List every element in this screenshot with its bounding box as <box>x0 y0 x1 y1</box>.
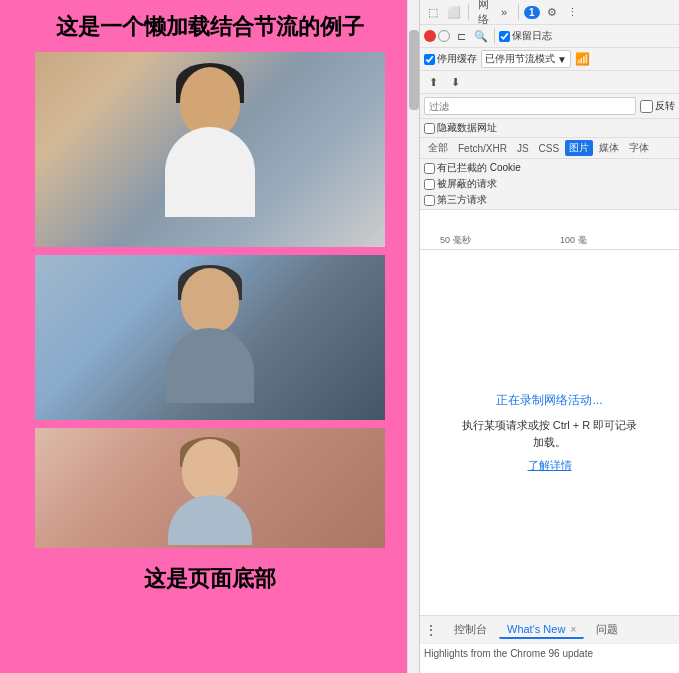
advanced-filter-row: 有已拦截的 Cookie 被屏蔽的请求 第三方请求 <box>420 159 679 210</box>
type-font[interactable]: 字体 <box>625 140 653 156</box>
filter-icon[interactable]: ⊏ <box>452 27 470 45</box>
type-js[interactable]: JS <box>513 142 533 155</box>
timeline-label-100: 100 毫 <box>560 234 587 247</box>
resource-type-tabs: 全部 Fetch/XHR JS CSS 图片 媒体 字体 <box>420 138 679 159</box>
person3-face <box>182 439 238 501</box>
type-media[interactable]: 媒体 <box>595 140 623 156</box>
page-title: 这是一个懒加载结合节流的例子 <box>0 0 419 52</box>
hide-data-url-checkbox[interactable] <box>424 123 435 134</box>
network-controls-row3: ⬆ ⬇ <box>420 71 679 94</box>
webpage-panel: 这是一个懒加载结合节流的例子 <box>0 0 420 673</box>
type-fetch[interactable]: Fetch/XHR <box>454 142 511 155</box>
invert-checkbox[interactable] <box>640 100 653 113</box>
toolbar-separator <box>468 4 469 20</box>
blocked-response-label[interactable]: 被屏蔽的请求 <box>424 177 675 191</box>
tab-whats-new[interactable]: What's New × <box>499 621 584 639</box>
tab-issues[interactable]: 问题 <box>588 620 626 639</box>
filter-row: 反转 <box>420 94 679 119</box>
scrollbar[interactable] <box>407 0 419 673</box>
filter-input[interactable] <box>424 97 636 115</box>
dots-menu-icon[interactable]: ⋮ <box>424 622 438 638</box>
disable-cache-checkbox[interactable] <box>424 54 435 65</box>
hide-data-url-label[interactable]: 隐藏数据网址 <box>424 121 497 135</box>
whats-new-close-icon[interactable]: × <box>570 624 576 635</box>
network-tab[interactable]: 网络 <box>474 3 492 21</box>
network-main-content: 正在录制网络活动... 执行某项请求或按 Ctrl + R 即可记录 加载。 了… <box>420 250 679 615</box>
invert-label[interactable]: 反转 <box>640 99 675 113</box>
preserve-log-checkbox[interactable] <box>499 31 510 42</box>
photo-3-container <box>35 428 385 548</box>
device-toggle-icon[interactable]: ⬜ <box>445 3 463 21</box>
toolbar-separator2 <box>518 4 519 20</box>
export-icon[interactable]: ⬇ <box>446 73 464 91</box>
timeline-label-50: 50 毫秒 <box>440 234 471 247</box>
disable-cache-label[interactable]: 停用缓存 <box>424 52 477 66</box>
blocked-cookie-label[interactable]: 有已拦截的 Cookie <box>424 161 675 175</box>
person2-figure <box>145 260 275 415</box>
inspect-icon[interactable]: ⬚ <box>424 3 442 21</box>
third-party-label[interactable]: 第三方请求 <box>424 193 675 207</box>
photo-1-container <box>35 52 385 247</box>
scrollbar-thumb[interactable] <box>409 30 419 110</box>
devtools-panel: ⬚ ⬜ 网络 » 1 ⚙ ⋮ ⊏ 🔍 保留日志 停用缓存 已停用节流模式 ▼ 📶 <box>420 0 679 673</box>
network-timeline: 50 毫秒 100 毫 <box>420 210 679 250</box>
blocked-response-checkbox[interactable] <box>424 179 435 190</box>
recording-info: 执行某项请求或按 Ctrl + R 即可记录 加载。 <box>462 417 638 450</box>
person3-body <box>168 495 252 545</box>
type-css[interactable]: CSS <box>535 142 564 155</box>
search-icon[interactable]: 🔍 <box>472 27 490 45</box>
photo-3 <box>35 428 385 548</box>
photo-2 <box>35 255 385 420</box>
learn-more-link[interactable]: 了解详情 <box>528 458 572 473</box>
more-tabs-icon[interactable]: » <box>495 3 513 21</box>
bottom-tabs-bar: ⋮ 控制台 What's New × 问题 <box>420 615 679 643</box>
row1-separator <box>494 28 495 44</box>
photo-2-container <box>35 255 385 420</box>
record-button[interactable] <box>424 30 436 42</box>
photo-1 <box>35 52 385 247</box>
import-icon[interactable]: ⬆ <box>424 73 442 91</box>
person1-figure <box>145 57 275 242</box>
person3-figure <box>150 433 270 543</box>
person2-body <box>166 328 254 403</box>
page-footer: 这是页面底部 <box>0 556 419 602</box>
type-img[interactable]: 图片 <box>565 140 593 156</box>
blocked-cookie-checkbox[interactable] <box>424 163 435 174</box>
wifi-icon: 📶 <box>575 52 590 66</box>
type-all[interactable]: 全部 <box>424 140 452 156</box>
settings-gear-icon[interactable]: ⚙ <box>543 3 561 21</box>
bottom-tab-content: Highlights from the Chrome 96 update <box>420 643 679 673</box>
issues-badge: 1 <box>524 6 540 19</box>
person1-body <box>165 127 255 217</box>
stop-button[interactable] <box>438 30 450 42</box>
devtools-toolbar: ⬚ ⬜ 网络 » 1 ⚙ ⋮ <box>420 0 679 25</box>
preserve-log-label[interactable]: 保留日志 <box>499 29 552 43</box>
third-party-checkbox[interactable] <box>424 195 435 206</box>
recording-status: 正在录制网络活动... <box>496 392 602 409</box>
person2-face <box>181 268 239 333</box>
network-controls-row2: 停用缓存 已停用节流模式 ▼ 📶 <box>420 48 679 71</box>
throttle-dropdown[interactable]: 已停用节流模式 ▼ <box>481 50 571 68</box>
tab-console[interactable]: 控制台 <box>446 620 495 639</box>
network-controls-row1: ⊏ 🔍 保留日志 <box>420 25 679 48</box>
more-options-icon[interactable]: ⋮ <box>564 3 582 21</box>
filter-checkboxes-row: 隐藏数据网址 <box>420 119 679 138</box>
